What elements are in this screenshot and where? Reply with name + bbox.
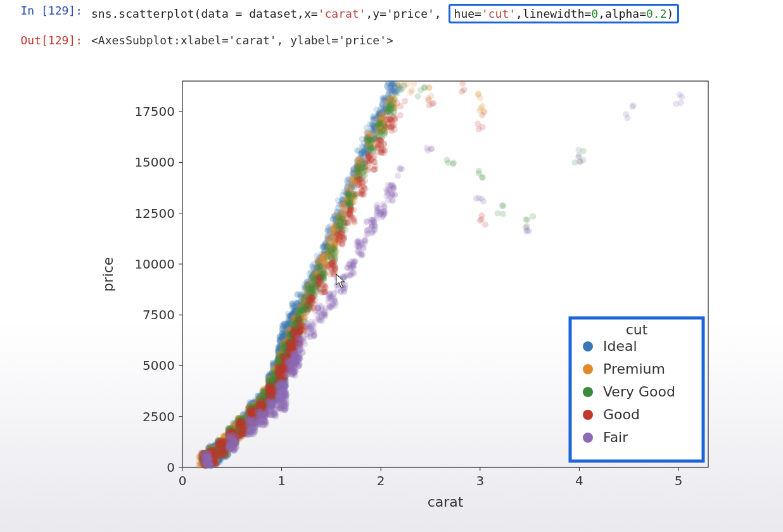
svg-point-5677 [357, 184, 364, 191]
svg-point-5547 [304, 307, 310, 314]
jupyter-input-cell: In [129]: sns.scatterplot(data = dataset… [0, 0, 783, 23]
svg-point-6493 [385, 182, 391, 188]
svg-point-4613 [499, 203, 506, 209]
svg-point-6293 [305, 323, 312, 329]
svg-point-6515 [575, 154, 582, 160]
legend-label: Ideal [603, 338, 637, 354]
svg-point-5756 [397, 103, 404, 110]
svg-point-5521 [295, 315, 302, 322]
svg-point-4601 [417, 87, 424, 94]
svg-point-4610 [479, 175, 485, 181]
legend-swatch [583, 433, 593, 443]
svg-point-6498 [395, 173, 401, 179]
svg-point-6495 [389, 191, 395, 198]
svg-point-5701 [364, 158, 370, 165]
svg-point-5321 [255, 400, 262, 407]
svg-point-4568 [378, 124, 384, 130]
output-text: <AxesSubplot:xlabel='carat', ylabel='pri… [91, 34, 777, 47]
scatterplot-figure: 012345025005000750010000125001500017500c… [89, 70, 773, 526]
svg-point-5524 [302, 314, 308, 320]
y-axis: 025005000750010000125001500017500 [134, 104, 182, 475]
svg-text:4: 4 [575, 473, 583, 488]
svg-point-6583 [281, 403, 288, 409]
svg-text:2: 2 [377, 473, 385, 488]
svg-point-6518 [629, 103, 635, 110]
svg-point-6469 [380, 201, 386, 208]
svg-text:0: 0 [167, 460, 175, 475]
svg-point-6417 [354, 249, 360, 255]
svg-point-5755 [402, 98, 408, 104]
svg-point-6005 [231, 446, 237, 452]
svg-text:2500: 2500 [143, 409, 175, 424]
svg-point-5577 [320, 289, 326, 296]
svg-point-6420 [362, 237, 369, 243]
svg-point-6511 [526, 228, 532, 234]
svg-point-6320 [318, 308, 324, 314]
svg-point-6064 [245, 418, 251, 424]
svg-point-2063 [359, 149, 365, 156]
svg-point-6701 [255, 418, 261, 424]
svg-point-4614 [500, 211, 506, 217]
svg-point-5724 [379, 149, 385, 156]
svg-point-6060 [248, 431, 255, 437]
svg-point-5649 [350, 217, 357, 223]
svg-point-5760 [429, 101, 435, 107]
svg-point-5945 [203, 450, 210, 457]
output-prompt: Out[129]: [6, 34, 91, 47]
svg-point-6395 [352, 258, 358, 265]
legend: cutIdealPremiumVery GoodGoodFair [570, 318, 703, 461]
svg-point-5700 [367, 165, 373, 171]
svg-point-3107 [325, 237, 331, 243]
svg-point-6444 [369, 227, 375, 234]
svg-point-4494 [345, 194, 352, 201]
svg-point-5652 [347, 207, 353, 213]
svg-point-6467 [373, 205, 379, 211]
svg-point-6184 [274, 386, 281, 392]
svg-point-4602 [415, 93, 421, 99]
svg-point-5573 [314, 288, 321, 294]
legend-swatch [583, 410, 593, 420]
svg-point-4616 [523, 217, 529, 223]
svg-point-6345 [325, 293, 331, 300]
svg-text:12500: 12500 [134, 206, 175, 221]
svg-point-4618 [530, 213, 536, 220]
svg-point-5675 [354, 179, 360, 185]
svg-point-6578 [282, 394, 288, 400]
svg-point-5750 [386, 117, 393, 123]
svg-point-5602 [331, 262, 337, 269]
y-axis-label: price [100, 257, 116, 292]
svg-point-5944 [203, 461, 210, 467]
svg-point-5702 [368, 151, 374, 158]
svg-point-5627 [341, 234, 347, 241]
svg-text:5: 5 [675, 473, 683, 488]
svg-point-6643 [295, 355, 302, 361]
svg-point-5753 [397, 112, 404, 118]
legend-swatch [583, 364, 593, 374]
legend-title: cut [626, 322, 648, 338]
svg-text:7500: 7500 [143, 307, 175, 322]
svg-point-6343 [327, 304, 333, 310]
svg-point-4444 [328, 248, 334, 254]
svg-text:1: 1 [277, 473, 286, 488]
svg-point-5769 [482, 222, 488, 228]
svg-point-6295 [311, 332, 317, 339]
svg-point-6419 [355, 238, 361, 244]
svg-point-6700 [261, 419, 267, 425]
svg-point-5752 [388, 124, 395, 130]
svg-point-6522 [673, 101, 679, 107]
x-axis: 012345 [179, 467, 683, 488]
legend-swatch [583, 341, 593, 352]
legend-label: Very Good [603, 384, 675, 400]
svg-text:0: 0 [179, 473, 187, 488]
svg-point-4594 [386, 105, 392, 111]
svg-point-6269 [297, 343, 303, 349]
code-line[interactable]: sns.scatterplot(data = dataset,x='carat'… [91, 4, 777, 23]
legend-label: Fair [603, 429, 628, 445]
svg-point-6316 [319, 318, 326, 324]
legend-label: Premium [603, 361, 665, 377]
svg-point-5765 [479, 112, 485, 118]
svg-point-6702 [257, 411, 263, 417]
svg-point-6270 [297, 336, 303, 342]
svg-point-6494 [389, 197, 395, 203]
svg-point-4415 [315, 261, 321, 267]
